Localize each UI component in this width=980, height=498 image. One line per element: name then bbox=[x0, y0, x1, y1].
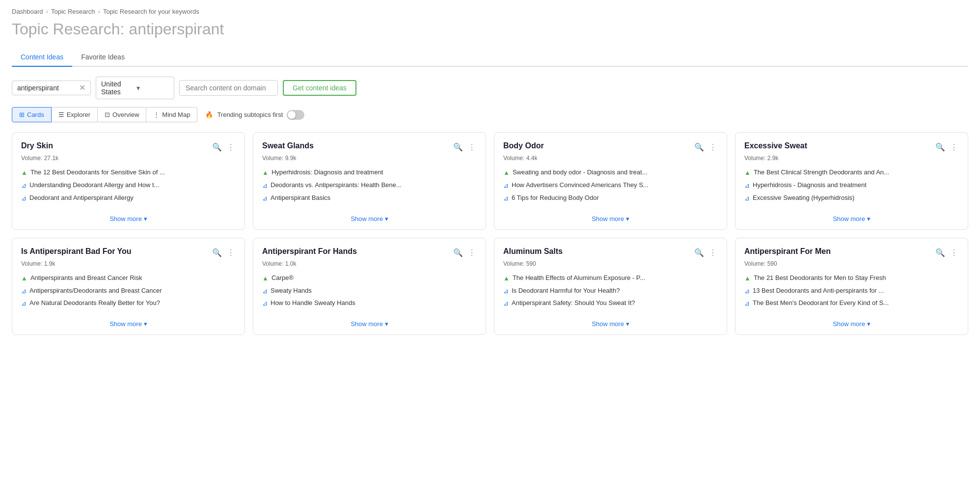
get-ideas-button[interactable]: Get content ideas bbox=[283, 80, 356, 96]
view-explorer-button[interactable]: ☰ Explorer bbox=[52, 107, 98, 122]
card-more-button[interactable]: ⋮ bbox=[708, 141, 718, 153]
card-title: Is Antiperspirant Bad For You bbox=[21, 247, 211, 256]
show-more-link[interactable]: Show more ▾ bbox=[592, 215, 629, 222]
show-more-link[interactable]: Show more ▾ bbox=[351, 320, 388, 328]
mindmap-label: Mind Map bbox=[162, 111, 190, 118]
card-items-list: ▲ The 21 Best Deodorants for Men to Stay… bbox=[744, 274, 959, 308]
link-icon: ⊿ bbox=[21, 287, 27, 296]
breadcrumb-topic-research[interactable]: Topic Research bbox=[51, 8, 95, 15]
page-title-keyword: antiperspirant bbox=[129, 20, 224, 38]
show-more-text: Show more bbox=[109, 215, 142, 222]
show-more-link[interactable]: Show more ▾ bbox=[109, 320, 147, 328]
card-more-button[interactable]: ⋮ bbox=[708, 247, 718, 258]
trend-up-icon: ▲ bbox=[21, 169, 27, 177]
card-items-list: ▲ Antiperspirants and Breast Cancer Risk… bbox=[21, 274, 236, 308]
show-more: Show more ▾ bbox=[21, 315, 236, 328]
card-volume: Volume: 4.4k bbox=[503, 155, 718, 162]
card-item-text: The Health Effects of Aluminum Exposure … bbox=[513, 274, 645, 282]
trending-toggle-switch[interactable] bbox=[287, 110, 304, 120]
link-icon: ⊿ bbox=[744, 182, 750, 190]
card-search-button[interactable]: 🔍 bbox=[934, 141, 946, 153]
link-icon: ⊿ bbox=[503, 182, 509, 190]
search-toolbar: ✕ United States ▾ Get content ideas bbox=[12, 77, 968, 99]
fire-icon: 🔥 bbox=[205, 111, 213, 118]
card-item: ▲ The 21 Best Deodorants for Men to Stay… bbox=[744, 274, 959, 283]
card-items-list: ▲ Sweating and body odor - Diagnosis and… bbox=[503, 168, 718, 203]
overview-label: Overview bbox=[112, 111, 139, 118]
view-overview-button[interactable]: ⊡ Overview bbox=[98, 107, 146, 122]
card-search-button[interactable]: 🔍 bbox=[693, 141, 705, 153]
mindmap-icon: ⋮ bbox=[153, 111, 160, 118]
card-item-text: 13 Best Deodorants and Anti-perspirants … bbox=[753, 287, 884, 295]
domain-search-input[interactable] bbox=[179, 80, 278, 96]
card-search-button[interactable]: 🔍 bbox=[693, 247, 705, 258]
card-item-text: The 12 Best Deodorants for Sensitive Ski… bbox=[30, 168, 165, 177]
card-search-button[interactable]: 🔍 bbox=[934, 247, 946, 258]
tab-favorite-ideas[interactable]: Favorite Ideas bbox=[72, 48, 134, 67]
card-item-text: Antiperspirants and Breast Cancer Risk bbox=[30, 274, 142, 282]
card-excessive-sweat: Excessive Sweat 🔍 ⋮ Volume: 2.9k ▲ The B… bbox=[735, 132, 968, 230]
card-actions: 🔍 ⋮ bbox=[934, 141, 959, 153]
view-mindmap-button[interactable]: ⋮ Mind Map bbox=[146, 107, 197, 122]
page-title-static: Topic Research: bbox=[12, 20, 124, 38]
show-more-link[interactable]: Show more ▾ bbox=[351, 215, 388, 222]
show-more-link[interactable]: Show more ▾ bbox=[833, 215, 871, 222]
card-volume: Volume: 1.0k bbox=[262, 260, 477, 267]
card-item: ▲ Hyperhidrosis: Diagnosis and treatment bbox=[262, 168, 477, 177]
trend-up-icon: ▲ bbox=[503, 275, 510, 283]
view-toolbar: ⊞ Cards ☰ Explorer ⊡ Overview ⋮ Mind Map… bbox=[12, 107, 968, 122]
card-title: Excessive Sweat bbox=[744, 141, 934, 150]
card-search-button[interactable]: 🔍 bbox=[452, 247, 464, 258]
show-more-text: Show more bbox=[351, 320, 383, 328]
breadcrumb-sep-2: › bbox=[98, 8, 100, 15]
link-icon: ⊿ bbox=[21, 300, 27, 308]
card-more-button[interactable]: ⋮ bbox=[949, 247, 959, 258]
card-title: Antiperspirant For Men bbox=[744, 247, 934, 256]
card-body-odor: Body Odor 🔍 ⋮ Volume: 4.4k ▲ Sweating an… bbox=[494, 132, 727, 230]
card-item-text: Deodorants vs. Antiperspirants: Health B… bbox=[271, 181, 402, 190]
card-item-text: Excessive Sweating (Hyperhidrosis) bbox=[753, 194, 854, 202]
show-more-link[interactable]: Show more ▾ bbox=[109, 215, 147, 222]
toggle-knob bbox=[288, 111, 296, 119]
keyword-input[interactable] bbox=[17, 84, 76, 92]
card-item-text: Sweaty Hands bbox=[271, 287, 312, 295]
card-more-button[interactable]: ⋮ bbox=[949, 141, 959, 153]
tabs-container: Content Ideas Favorite Ideas bbox=[12, 48, 968, 67]
show-more-text: Show more bbox=[833, 215, 865, 222]
clear-keyword-button[interactable]: ✕ bbox=[79, 84, 85, 92]
link-icon: ⊿ bbox=[744, 194, 750, 203]
card-volume: Volume: 590 bbox=[744, 260, 959, 267]
card-item: ⊿ Antiperspirant Safety: Should You Swea… bbox=[503, 299, 718, 308]
card-item-text: Deodorant and Antiperspirant Allergy bbox=[29, 194, 134, 202]
card-more-button[interactable]: ⋮ bbox=[467, 141, 477, 153]
breadcrumb-dashboard[interactable]: Dashboard bbox=[12, 8, 43, 15]
card-search-button[interactable]: 🔍 bbox=[452, 141, 464, 153]
card-header: Dry Skin 🔍 ⋮ bbox=[21, 141, 236, 153]
card-antiperspirant-for-hands: Antiperspirant For Hands 🔍 ⋮ Volume: 1.0… bbox=[253, 238, 486, 335]
show-more: Show more ▾ bbox=[21, 210, 236, 222]
show-more-text: Show more bbox=[592, 215, 624, 222]
link-icon: ⊿ bbox=[262, 287, 268, 296]
card-more-button[interactable]: ⋮ bbox=[226, 141, 236, 153]
card-title: Sweat Glands bbox=[262, 141, 452, 150]
show-more-link[interactable]: Show more ▾ bbox=[833, 320, 871, 328]
tab-content-ideas[interactable]: Content Ideas bbox=[12, 48, 72, 67]
overview-icon: ⊡ bbox=[105, 111, 110, 118]
show-more: Show more ▾ bbox=[744, 315, 959, 328]
chevron-down-icon: ▾ bbox=[385, 320, 388, 328]
view-cards-button[interactable]: ⊞ Cards bbox=[12, 107, 52, 122]
page-title: Topic Research: antiperspirant bbox=[12, 20, 968, 38]
card-antiperspirant-for-men: Antiperspirant For Men 🔍 ⋮ Volume: 590 ▲… bbox=[735, 238, 968, 335]
show-more-text: Show more bbox=[109, 320, 142, 328]
chevron-down-icon: ▾ bbox=[136, 84, 169, 92]
card-item-text: Antiperspirants/Deodorants and Breast Ca… bbox=[29, 287, 162, 295]
card-title: Body Odor bbox=[503, 141, 693, 150]
country-dropdown[interactable]: United States ▾ bbox=[96, 77, 174, 99]
trend-up-icon: ▲ bbox=[21, 275, 27, 283]
chevron-down-icon: ▾ bbox=[144, 215, 147, 222]
card-search-button[interactable]: 🔍 bbox=[211, 141, 223, 153]
card-more-button[interactable]: ⋮ bbox=[226, 247, 236, 258]
card-more-button[interactable]: ⋮ bbox=[467, 247, 477, 258]
card-search-button[interactable]: 🔍 bbox=[211, 247, 223, 258]
show-more-link[interactable]: Show more ▾ bbox=[592, 320, 629, 328]
